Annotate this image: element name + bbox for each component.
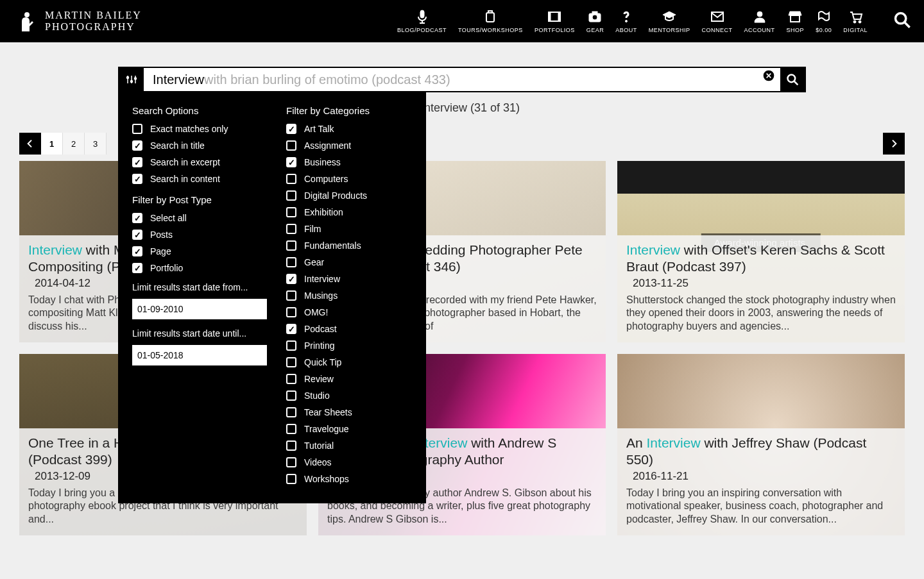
store-icon [787, 9, 803, 24]
nav-item-digital[interactable]: DIGITAL [843, 9, 868, 33]
category-tutorial[interactable]: Tutorial [286, 441, 412, 451]
nav-item-about[interactable]: ABOUT [615, 9, 637, 33]
pagination-next-button[interactable] [883, 133, 905, 155]
price-icon [816, 9, 832, 24]
svg-rect-1 [486, 13, 494, 22]
nav-item-gear[interactable]: GEAR [586, 9, 604, 33]
checkbox-icon [286, 224, 296, 234]
nav-item-label: PORTFOLIOS [535, 27, 575, 33]
checkbox-label: Digital Products [304, 190, 367, 201]
category-assignment[interactable]: Assignment [286, 140, 412, 151]
category-business[interactable]: Business [286, 157, 412, 167]
category-printing[interactable]: Printing [286, 340, 412, 351]
svg-point-6 [592, 15, 597, 20]
site-header: MARTIN BAILEY PHOTOGRAPHY BLOG/PODCASTTO… [0, 0, 924, 42]
category-workshops[interactable]: Workshops [286, 474, 412, 484]
user-icon [752, 9, 767, 24]
checkbox-label: Search in content [150, 174, 220, 184]
nav-item-tours-workshops[interactable]: TOURS/WORKSHOPS [458, 9, 523, 33]
category-quick-tip[interactable]: Quick Tip [286, 357, 412, 367]
category-computers[interactable]: Computers [286, 174, 412, 184]
checkbox-icon [132, 246, 142, 256]
nav-item--0-00[interactable]: $0.00 [816, 9, 832, 33]
date-from-input[interactable] [132, 299, 267, 319]
search-input[interactable]: Interview with brian burling of emotimo … [144, 68, 761, 91]
category-travelogue[interactable]: Travelogue [286, 424, 412, 434]
checkbox-icon [286, 390, 296, 401]
checkbox-icon [286, 474, 296, 484]
category-studio[interactable]: Studio [286, 390, 412, 401]
search-option-search-in-title[interactable]: Search in title [132, 140, 258, 151]
category-fundamentals[interactable]: Fundamentals [286, 240, 412, 251]
nav-item-label: BLOG/PODCAST [397, 27, 447, 33]
card-date: 2016-11-21 [633, 470, 896, 483]
result-card[interactable]: Award-winning artists.Interview with Off… [617, 161, 905, 342]
date-until-input[interactable] [132, 345, 267, 365]
category-exhibition[interactable]: Exhibition [286, 207, 412, 217]
search-icon [893, 11, 911, 29]
checkbox-icon [286, 257, 296, 267]
nav-item-account[interactable]: ACCOUNT [744, 9, 775, 33]
category-art-talk[interactable]: Art Talk [286, 124, 412, 134]
checkbox-icon [286, 424, 296, 434]
pagination-prev-button[interactable] [19, 133, 41, 155]
nav-item-portfolios[interactable]: PORTFOLIOS [535, 9, 575, 33]
svg-point-20 [131, 81, 133, 83]
svg-point-23 [788, 75, 796, 83]
checkbox-label: Tear Sheets [304, 407, 352, 417]
category-film[interactable]: Film [286, 224, 412, 234]
category-podcast[interactable]: Podcast [286, 324, 412, 334]
svg-rect-3 [549, 12, 551, 21]
nav-item-label: SHOP [787, 27, 805, 33]
category-review[interactable]: Review [286, 374, 412, 384]
luggage-icon [483, 9, 498, 24]
checkbox-label: Videos [304, 457, 332, 467]
card-description: Shutterstock changed the stock photograp… [626, 294, 896, 333]
svg-rect-7 [592, 12, 597, 14]
pagination-page-3[interactable]: 3 [85, 133, 107, 155]
checkbox-label: Exact matches only [150, 124, 228, 134]
nav-item-mentorship[interactable]: MENTORSHIP [649, 9, 690, 33]
result-card[interactable]: An Interview with Jeffrey Shaw (Podcast … [617, 354, 905, 535]
checkbox-icon [286, 174, 296, 184]
checkbox-icon [286, 190, 296, 201]
category-musings[interactable]: Musings [286, 290, 412, 301]
category-videos[interactable]: Videos [286, 457, 412, 467]
post-type-posts[interactable]: Posts [132, 230, 258, 240]
nav-item-connect[interactable]: CONNECT [702, 9, 733, 33]
svg-point-12 [853, 21, 856, 23]
category-omg-[interactable]: OMG! [286, 307, 412, 317]
search-option-search-in-content[interactable]: Search in content [132, 174, 258, 184]
search-option-search-in-excerpt[interactable]: Search in excerpt [132, 157, 258, 167]
checkbox-label: Quick Tip [304, 357, 341, 367]
category-digital-products[interactable]: Digital Products [286, 190, 412, 201]
post-type-select-all[interactable]: Select all [132, 213, 258, 223]
nav-item-blog-podcast[interactable]: BLOG/PODCAST [397, 9, 447, 33]
pagination-page-1[interactable]: 1 [41, 133, 63, 155]
pagination-page-2[interactable]: 2 [63, 133, 85, 155]
category-tear-sheets[interactable]: Tear Sheets [286, 407, 412, 417]
checkbox-label: Podcast [304, 324, 337, 334]
post-type-portfolio[interactable]: Portfolio [132, 263, 258, 273]
clear-search-button[interactable] [761, 68, 776, 83]
svg-point-13 [859, 21, 861, 23]
site-logo[interactable]: MARTIN BAILEY PHOTOGRAPHY [13, 8, 142, 34]
checkbox-icon [132, 140, 142, 151]
post-type-page[interactable]: Page [132, 246, 258, 256]
header-search-button[interactable] [893, 11, 911, 31]
svg-rect-0 [420, 10, 424, 18]
category-interview[interactable]: Interview [286, 274, 412, 284]
checkbox-label: Gear [304, 257, 324, 267]
search-submit-button[interactable] [780, 68, 805, 91]
nav-item-shop[interactable]: SHOP [787, 9, 805, 33]
checkbox-icon [132, 174, 142, 184]
checkbox-label: Tutorial [304, 441, 334, 451]
checkbox-icon [286, 457, 296, 467]
categories-heading: Filter by Categories [286, 105, 412, 116]
mail-icon [710, 9, 725, 24]
checkbox-label: Art Talk [304, 124, 334, 134]
category-gear[interactable]: Gear [286, 257, 412, 267]
checkbox-label: Search in excerpt [150, 157, 220, 167]
search-option-exact-matches-only[interactable]: Exact matches only [132, 124, 258, 134]
filter-toggle-button[interactable] [119, 68, 144, 91]
